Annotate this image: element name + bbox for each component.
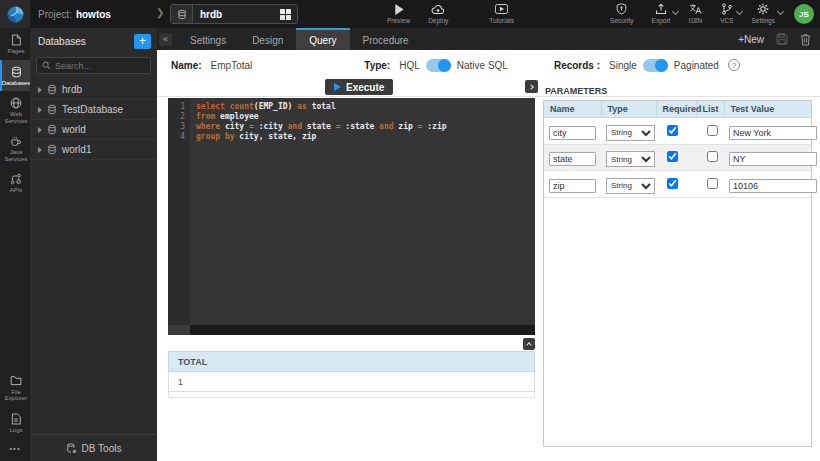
grid-view-icon[interactable] bbox=[280, 9, 291, 20]
sql-editor[interactable]: 1234 select count(EMP_ID) as totalfrom e… bbox=[168, 98, 535, 335]
panel-collapse-button[interactable]: « bbox=[159, 33, 172, 46]
param-required-checkbox[interactable] bbox=[667, 151, 678, 162]
add-database-button[interactable]: + bbox=[134, 34, 151, 49]
sidebar-item-logs[interactable]: Logs bbox=[0, 407, 30, 439]
deploy-button[interactable]: Deploy bbox=[428, 3, 448, 24]
security-button[interactable]: Security bbox=[610, 3, 633, 24]
toolbar-divider bbox=[157, 96, 820, 97]
param-name-input[interactable] bbox=[549, 152, 596, 166]
vcs-caret-icon bbox=[735, 8, 742, 15]
pages-icon bbox=[11, 34, 21, 46]
records-on-label: Paginated bbox=[674, 60, 719, 71]
editor-code[interactable]: select count(EMP_ID) as totalfrom employ… bbox=[190, 98, 535, 335]
param-type-select[interactable]: String bbox=[606, 178, 655, 194]
results-collapse-button[interactable] bbox=[523, 338, 535, 350]
user-avatar[interactable]: JS bbox=[794, 4, 814, 24]
tab-design[interactable]: Design bbox=[239, 28, 296, 50]
execute-button[interactable]: Execute bbox=[325, 79, 393, 95]
line-number: 3 bbox=[168, 122, 185, 132]
topbar-center-actions: Preview Deploy Tutorials bbox=[378, 3, 523, 24]
results-cell: 1 bbox=[178, 377, 183, 387]
database-selector[interactable]: hrdb bbox=[170, 4, 298, 24]
tree-expand-caret-icon[interactable] bbox=[38, 127, 42, 133]
results-column-header: TOTAL bbox=[178, 357, 207, 367]
export-button[interactable]: Export bbox=[652, 3, 671, 24]
param-column-header: Type bbox=[601, 101, 656, 118]
rail-more-button[interactable]: ••• bbox=[0, 438, 30, 461]
db-tree-item-hrdb[interactable]: hrdb bbox=[30, 80, 157, 100]
search-icon bbox=[42, 61, 51, 70]
param-required-checkbox[interactable] bbox=[667, 125, 678, 136]
vcs-button[interactable]: VCS bbox=[720, 3, 733, 24]
database-icon bbox=[47, 124, 57, 135]
search-input[interactable] bbox=[55, 61, 145, 71]
new-query-button[interactable]: +New bbox=[738, 34, 764, 45]
tab-query[interactable]: Query bbox=[296, 28, 349, 50]
param-type-select[interactable]: String bbox=[606, 125, 655, 141]
web-services-globe-icon bbox=[10, 97, 22, 109]
save-button[interactable] bbox=[776, 33, 788, 45]
database-icon bbox=[171, 5, 193, 23]
sidebar-item-web-services[interactable]: Web Services bbox=[0, 91, 30, 129]
db-tree-item-world[interactable]: world bbox=[30, 120, 157, 140]
i18n-button[interactable]: I18N bbox=[688, 3, 702, 24]
tree-expand-caret-icon[interactable] bbox=[38, 107, 42, 113]
type-on-label: Native SQL bbox=[457, 60, 508, 71]
apis-label: APIs bbox=[10, 187, 23, 194]
results-header-row: TOTAL bbox=[168, 351, 535, 372]
param-list-checkbox[interactable] bbox=[707, 151, 718, 162]
settings-gear-icon bbox=[757, 3, 769, 15]
db-tree: hrdb TestDatabase world world1 bbox=[30, 80, 157, 434]
tree-expand-caret-icon[interactable] bbox=[38, 87, 42, 93]
project-breadcrumb: Project: howtos bbox=[38, 0, 111, 28]
tab-settings[interactable]: Settings bbox=[177, 28, 239, 50]
records-toggle-knob bbox=[655, 59, 668, 72]
records-toggle[interactable] bbox=[643, 59, 668, 72]
deploy-label: Deploy bbox=[428, 17, 448, 24]
settings-label: Settings bbox=[752, 17, 776, 24]
param-required-checkbox[interactable] bbox=[667, 178, 678, 189]
sidebar-item-apis[interactable]: APIs bbox=[0, 167, 30, 199]
settings-caret-icon bbox=[777, 8, 784, 15]
help-icon[interactable]: ? bbox=[728, 59, 740, 71]
params-panel-toggle-button[interactable] bbox=[525, 80, 538, 93]
wavemaker-logo-icon bbox=[6, 5, 25, 24]
sidebar-item-pages[interactable]: Pages bbox=[0, 28, 30, 60]
sidebar-item-databases[interactable]: Databases bbox=[0, 60, 30, 92]
web-services-label: Web Services bbox=[3, 111, 29, 124]
query-workspace: Name: EmpTotal Type: HQL Native SQL Reco… bbox=[157, 50, 820, 461]
type-toggle-group: Type: HQL Native SQL bbox=[364, 59, 508, 72]
query-name-value: EmpTotal bbox=[211, 60, 253, 71]
editor-horizontal-scrollbar[interactable] bbox=[168, 325, 535, 335]
param-test-value-input[interactable] bbox=[729, 126, 817, 140]
sidebar-item-file-explorer[interactable]: File Explorer bbox=[0, 369, 30, 407]
param-type-select[interactable]: String bbox=[606, 151, 655, 167]
param-test-value-input[interactable] bbox=[729, 179, 817, 193]
db-tools-button[interactable]: DB Tools bbox=[30, 434, 157, 461]
parameters-panel: NameTypeRequiredListTest Value StringStr… bbox=[543, 100, 812, 447]
type-toggle[interactable] bbox=[426, 59, 451, 72]
settings-button[interactable]: Settings bbox=[752, 3, 776, 24]
app-logo[interactable] bbox=[0, 0, 30, 28]
db-tree-item-testdatabase[interactable]: TestDatabase bbox=[30, 100, 157, 120]
security-shield-icon bbox=[616, 3, 627, 15]
panel-title: Databases bbox=[38, 36, 86, 47]
tutorials-button[interactable]: Tutorials bbox=[489, 3, 514, 24]
code-line: select count(EMP_ID) as total bbox=[196, 102, 535, 112]
sidebar-item-java-services[interactable]: Java Services bbox=[0, 129, 30, 167]
tab-procedure[interactable]: Procedure bbox=[350, 28, 422, 50]
delete-button[interactable] bbox=[800, 33, 811, 46]
param-list-checkbox[interactable] bbox=[707, 178, 718, 189]
param-list-checkbox[interactable] bbox=[707, 125, 718, 136]
i18n-label: I18N bbox=[688, 17, 702, 24]
preview-button[interactable]: Preview bbox=[387, 3, 410, 24]
tree-expand-caret-icon[interactable] bbox=[38, 147, 42, 153]
tab-bar: « SettingsDesignQueryProcedure +New bbox=[157, 28, 820, 50]
param-name-input[interactable] bbox=[549, 179, 596, 193]
line-number: 4 bbox=[168, 132, 185, 142]
db-tree-item-world1[interactable]: world1 bbox=[30, 140, 157, 160]
execute-play-icon bbox=[334, 83, 341, 91]
param-name-input[interactable] bbox=[549, 126, 596, 140]
param-test-value-input[interactable] bbox=[729, 152, 817, 166]
preview-play-icon bbox=[394, 3, 404, 15]
